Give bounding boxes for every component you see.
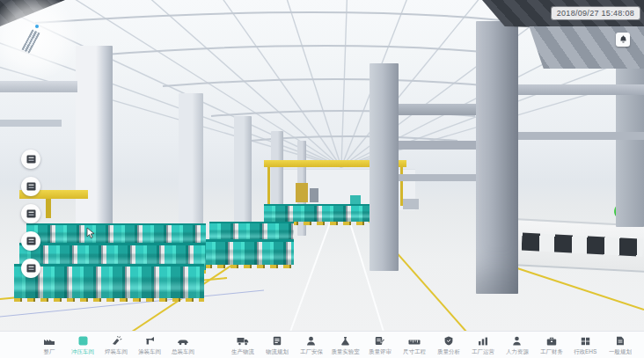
person-icon xyxy=(512,335,522,346)
ruler-icon xyxy=(408,335,421,346)
watermark-logo-dot xyxy=(35,25,39,28)
flask-icon xyxy=(340,335,350,346)
tab-factory-finance[interactable]: 工厂财务 xyxy=(534,335,568,355)
tab-label: 一般规划 xyxy=(609,348,632,354)
tab-assembly-workshop[interactable]: 总装车间 xyxy=(166,335,200,355)
car-icon xyxy=(177,335,189,346)
press-machine-icon xyxy=(26,182,36,191)
bottom-toolbar: 整厂 冲压车间 焊装车间 涂装车间 xyxy=(0,331,644,358)
press-machine-icon xyxy=(26,209,36,218)
steel-beam xyxy=(518,84,644,95)
tab-label: 冲压车间 xyxy=(71,348,94,354)
stamping-icon xyxy=(78,335,88,346)
tab-label: 工厂财务 xyxy=(540,348,563,354)
mouse-cursor xyxy=(86,227,95,239)
distant-robot xyxy=(296,183,308,202)
tab-label: 整厂 xyxy=(44,348,55,354)
press-machine-icon xyxy=(26,155,36,164)
steel-column xyxy=(76,46,113,252)
die-row-far[interactable] xyxy=(264,204,373,222)
tab-factory-security[interactable]: 工厂安保 xyxy=(294,335,328,355)
press-line-button-2[interactable] xyxy=(21,177,40,196)
factory-icon xyxy=(43,335,55,346)
press-line-button-1[interactable] xyxy=(21,150,40,169)
distant-machine xyxy=(310,188,318,202)
press-machine-icon xyxy=(26,264,36,273)
tab-admin-ehs[interactable]: 行政EHS xyxy=(568,335,603,355)
tab-label: 焊装车间 xyxy=(105,348,128,354)
module-tabs: 生产物流 物流规划 工厂安保 质量实验室 xyxy=(225,335,637,355)
tab-label: 总装车间 xyxy=(172,348,194,354)
tab-welding-workshop[interactable]: 焊装车间 xyxy=(99,335,133,355)
tab-label: 物流规划 xyxy=(266,348,289,354)
tab-quality-review[interactable]: 质量评审 xyxy=(362,335,397,355)
welding-icon xyxy=(111,335,122,346)
tab-label: 行政EHS xyxy=(574,348,596,354)
tab-label: 质量实验室 xyxy=(331,348,359,354)
tab-stamping-workshop[interactable]: 冲压车间 xyxy=(66,335,99,355)
tab-label: 生产物流 xyxy=(231,348,254,354)
tab-label: 质量分析 xyxy=(437,348,460,354)
clipboard-icon xyxy=(273,335,282,346)
briefcase-icon xyxy=(546,335,557,346)
tab-label: 质量评审 xyxy=(369,348,392,354)
steel-beam xyxy=(0,120,62,127)
bell-icon xyxy=(619,35,627,44)
distant-die xyxy=(403,199,419,209)
tab-quality-analysis[interactable]: 质量分析 xyxy=(431,335,465,355)
tab-label: 工厂运营 xyxy=(472,348,494,354)
notification-button[interactable] xyxy=(616,33,630,47)
office-windows xyxy=(522,233,644,257)
steel-beam xyxy=(518,132,644,140)
steel-beam xyxy=(0,81,77,92)
tab-production-logistics[interactable]: 生产物流 xyxy=(225,335,260,355)
workshop-tabs: 整厂 冲压车间 焊装车间 涂装车间 xyxy=(33,335,200,355)
tab-logistics-planning[interactable]: 物流规划 xyxy=(260,335,294,355)
spraygun-icon xyxy=(144,335,156,346)
app-window: 2018/09/27 15:48:08 整厂 xyxy=(0,0,644,358)
tab-label: 人力资源 xyxy=(506,348,529,354)
steel-beam xyxy=(399,104,476,115)
press-machine-icon xyxy=(26,237,36,245)
tab-general-planning[interactable]: 一般规划 xyxy=(603,335,637,355)
shield-icon xyxy=(444,335,453,346)
tab-factory-operations[interactable]: 工厂运营 xyxy=(465,335,500,355)
tab-label: 尺寸工程 xyxy=(403,348,426,354)
steel-column-foreground xyxy=(476,21,518,294)
steel-column xyxy=(370,63,399,271)
grid-icon xyxy=(581,335,590,346)
scene-quick-buttons xyxy=(21,150,40,278)
die-row-mid-front[interactable] xyxy=(204,239,294,265)
datetime-display: 2018/09/27 15:48:08 xyxy=(552,7,640,19)
steel-beam xyxy=(399,174,476,181)
document-icon xyxy=(616,335,625,346)
tab-painting-workshop[interactable]: 涂装车间 xyxy=(133,335,166,355)
tab-quality-lab[interactable]: 质量实验室 xyxy=(328,335,362,355)
press-line-button-3[interactable] xyxy=(21,204,40,223)
guard-icon xyxy=(306,335,316,346)
press-line-button-5[interactable] xyxy=(21,259,40,278)
tab-whole-plant[interactable]: 整厂 xyxy=(33,335,66,355)
review-icon xyxy=(375,335,384,346)
chart-icon xyxy=(478,335,488,346)
tab-label: 工厂安保 xyxy=(300,348,323,354)
die-row-left-front[interactable] xyxy=(14,264,204,298)
distant-die xyxy=(350,195,361,204)
tab-human-resources[interactable]: 人力资源 xyxy=(500,335,534,355)
truck-icon xyxy=(237,335,249,346)
press-line-button-4[interactable] xyxy=(21,231,40,251)
3d-viewport[interactable] xyxy=(0,0,644,332)
tab-dimensional-engineering[interactable]: 尺寸工程 xyxy=(397,335,431,355)
steel-beam xyxy=(399,141,476,150)
tab-label: 涂装车间 xyxy=(138,348,161,354)
